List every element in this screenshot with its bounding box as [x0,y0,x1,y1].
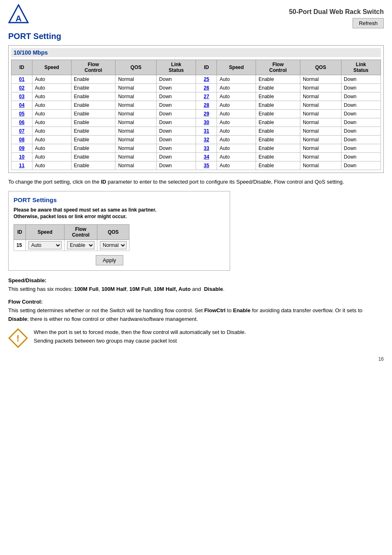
mbps-section: 10/100 Mbps ID Speed FlowControl QOS Lin… [8,45,384,173]
col-qos-left: QOS [115,60,157,75]
qos-select[interactable]: Normal High [100,241,127,249]
apply-button[interactable]: Apply [96,255,123,265]
flow-left-9: Enable [71,153,115,161]
id-right-0[interactable]: 25 [196,75,217,84]
id-right-9[interactable]: 34 [196,153,217,161]
brand-title: 50-Port Dual Web Rack Switch [289,8,384,16]
settings-speed-cell: Auto 100M Full 100M Half 10M Full 10M Ha… [26,240,65,251]
qos-right-4: Normal [300,110,341,118]
flow-control-desc: This setting determines whether or not t… [8,306,384,324]
qos-left-2: Normal [115,92,157,101]
port-table: ID Speed FlowControl QOS LinkStatus ID S… [11,60,381,170]
speed-left-7: Auto [32,136,71,144]
qos-right-10: Normal [300,161,341,170]
speed-left-3: Auto [32,101,71,110]
id-left-6[interactable]: 07 [12,127,32,136]
flow-select[interactable]: Enable Disable [67,241,95,249]
qos-right-0: Normal [300,75,341,84]
link-left-7: Down [157,136,196,144]
settings-col-qos: QOS [97,225,129,240]
link-left-5: Down [157,118,196,127]
speed-right-7: Auto [217,136,256,144]
col-flow-left: FlowControl [71,60,115,75]
id-left-0[interactable]: 01 [12,75,32,84]
warning-line2: Sending packets between two groups may c… [34,338,177,344]
speed-left-8: Auto [32,144,71,153]
apply-area: Apply [14,255,225,265]
id-right-7[interactable]: 32 [196,136,217,144]
flow-left-1: Enable [71,84,115,92]
speed-right-5: Auto [217,118,256,127]
link-right-6: Down [341,127,380,136]
speed-left-6: Auto [32,127,71,136]
table-row: 08 Auto Enable Normal Down 32 Auto Enabl… [12,136,381,144]
flow-control-section: Flow Control: This setting determines wh… [8,299,384,324]
link-right-8: Down [341,144,380,153]
id-right-3[interactable]: 28 [196,101,217,110]
id-left-2[interactable]: 03 [12,92,32,101]
qos-right-2: Normal [300,92,341,101]
link-left-3: Down [157,101,196,110]
qos-left-3: Normal [115,101,157,110]
id-right-4[interactable]: 29 [196,110,217,118]
table-row: 10 Auto Enable Normal Down 34 Auto Enabl… [12,153,381,161]
svg-text:A: A [16,14,21,23]
flow-control-label: Flow Control: [8,299,384,305]
speed-disable-label: Speed/Disable: [8,277,384,283]
id-right-10[interactable]: 35 [196,161,217,170]
logo-area: A [8,4,29,25]
speed-left-10: Auto [32,161,71,170]
col-link-left: LinkStatus [157,60,196,75]
link-left-0: Down [157,75,196,84]
speed-select[interactable]: Auto 100M Full 100M Half 10M Full 10M Ha… [28,241,62,249]
port-settings-title: PORT Settings [14,196,225,203]
table-row: 03 Auto Enable Normal Down 27 Auto Enabl… [12,92,381,101]
link-left-8: Down [157,144,196,153]
id-right-2[interactable]: 27 [196,92,217,101]
qos-left-10: Normal [115,161,157,170]
id-left-10[interactable]: 11 [12,161,32,170]
table-row: 11 Auto Enable Normal Down 35 Auto Enabl… [12,161,381,170]
flow-right-10: Enable [256,161,300,170]
id-right-8[interactable]: 33 [196,144,217,153]
col-link-right: LinkStatus [341,60,380,75]
warning-text: Please be aware that speed must set as s… [14,207,225,221]
link-left-4: Down [157,110,196,118]
flow-right-1: Enable [256,84,300,92]
flow-right-0: Enable [256,75,300,84]
qos-right-7: Normal [300,136,341,144]
speed-right-0: Auto [217,75,256,84]
speed-right-6: Auto [217,127,256,136]
id-left-8[interactable]: 09 [12,144,32,153]
settings-header-row: ID Speed FlowControl QOS [14,225,129,240]
id-left-4[interactable]: 05 [12,110,32,118]
flow-left-0: Enable [71,75,115,84]
qos-left-0: Normal [115,75,157,84]
qos-left-9: Normal [115,153,157,161]
flow-right-6: Enable [256,127,300,136]
id-right-5[interactable]: 30 [196,118,217,127]
speed-disable-section: Speed/Disable: This setting has six mode… [8,277,384,294]
id-left-7[interactable]: 08 [12,136,32,144]
speed-right-10: Auto [217,161,256,170]
id-left-9[interactable]: 10 [12,153,32,161]
mbps-heading: 10/100 Mbps [11,48,381,57]
id-left-3[interactable]: 04 [12,101,32,110]
settings-col-flow: FlowControl [65,225,97,240]
id-left-1[interactable]: 02 [12,84,32,92]
speed-right-1: Auto [217,84,256,92]
id-left-5[interactable]: 06 [12,118,32,127]
link-right-4: Down [341,110,380,118]
flow-right-9: Enable [256,153,300,161]
flow-left-10: Enable [71,161,115,170]
link-left-10: Down [157,161,196,170]
id-right-1[interactable]: 26 [196,84,217,92]
port-settings-box: PORT Settings Please be aware that speed… [8,191,230,271]
id-right-6[interactable]: 31 [196,127,217,136]
header-right: 50-Port Dual Web Rack Switch Refresh [289,4,384,28]
table-row: 06 Auto Enable Normal Down 30 Auto Enabl… [12,118,381,127]
settings-col-speed: Speed [26,225,65,240]
refresh-button[interactable]: Refresh [353,18,384,28]
link-left-2: Down [157,92,196,101]
speed-left-9: Auto [32,153,71,161]
